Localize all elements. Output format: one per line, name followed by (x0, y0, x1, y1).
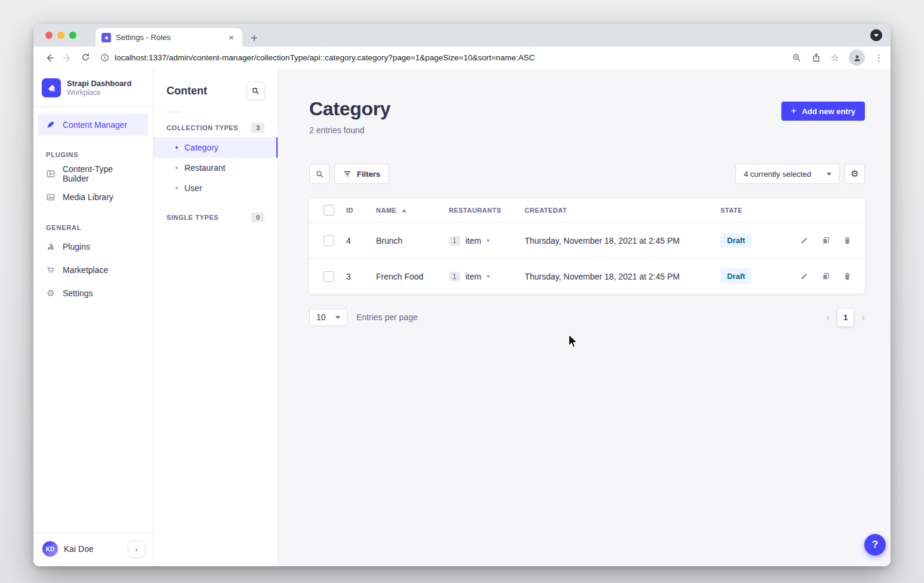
recording-indicator-icon[interactable] (870, 29, 882, 41)
sidebar-item-content-manager[interactable]: Content Manager (38, 114, 148, 136)
collection-types-count-badge: 3 (251, 123, 264, 133)
collapse-sidebar-button[interactable]: ‹ (128, 541, 145, 557)
subnav-item-restaurant[interactable]: Restaurant (153, 158, 278, 178)
puzzle-icon (46, 242, 56, 251)
row-actions (789, 272, 865, 281)
sidebar-item-label: Plugins (63, 242, 90, 251)
tab-close-icon[interactable]: × (226, 32, 236, 43)
cell-id: 3 (346, 272, 376, 281)
duplicate-icon[interactable] (821, 236, 830, 245)
help-button[interactable]: ? (864, 534, 886, 556)
sidebar-item-marketplace[interactable]: Marketplace (33, 258, 153, 281)
page-size-value: 10 (316, 312, 326, 322)
cell-restaurants-dropdown[interactable]: 1 item (449, 272, 525, 281)
user-name: Kai Doe (64, 544, 122, 554)
filters-label: Filters (357, 170, 380, 179)
content-subnav: Content COLLECTION TYPES 3 Category Rest… (153, 69, 278, 566)
sidebar-item-content-type-builder[interactable]: Content-Type Builder (33, 162, 153, 185)
column-header-id[interactable]: ID (346, 207, 376, 214)
column-header-createdat[interactable]: CREATEDAT (525, 207, 720, 214)
cell-createdat: Thursday, November 18, 2021 at 2:45 PM (525, 236, 720, 246)
bullet-icon (175, 187, 178, 189)
chevron-down-icon (486, 240, 490, 242)
close-window-button[interactable] (45, 32, 53, 39)
address-bar[interactable]: localhost:1337/admin/content-manager/col… (100, 53, 782, 62)
entries-count: 2 entries found (309, 125, 390, 135)
sidebar-item-label: Settings (63, 289, 93, 298)
current-page-button[interactable]: 1 (837, 309, 854, 326)
user-footer: KD Kai Doe ‹ (33, 532, 153, 566)
single-types-header: SINGLE TYPES (167, 214, 218, 221)
fullscreen-window-button[interactable] (69, 32, 76, 39)
fields-selected-dropdown[interactable]: 4 currently selected (735, 164, 840, 184)
cart-icon (46, 265, 56, 275)
row-checkbox[interactable] (324, 235, 334, 246)
chevron-down-icon (827, 173, 831, 176)
browser-tab[interactable]: Settings - Roles × (96, 28, 242, 47)
state-badge: Draft (720, 269, 751, 284)
reload-button[interactable] (76, 49, 94, 67)
row-checkbox[interactable] (324, 271, 334, 282)
next-page-button[interactable]: › (861, 312, 865, 323)
filters-button[interactable]: Filters (334, 164, 389, 184)
duplicate-icon[interactable] (821, 272, 830, 281)
subnav-search-button[interactable] (247, 82, 264, 100)
back-button[interactable] (41, 49, 58, 67)
content-manager-icon (46, 120, 56, 130)
page-size-select[interactable]: 10 (309, 308, 347, 326)
column-header-label: NAME (376, 207, 396, 214)
previous-page-button[interactable]: ‹ (826, 312, 830, 323)
relation-count-badge: 1 (449, 272, 460, 281)
subnav-divider (167, 112, 181, 112)
share-icon[interactable] (811, 53, 821, 63)
app-name: Strapi Dashboard (67, 79, 131, 88)
relation-count-badge: 1 (449, 236, 460, 246)
delete-icon[interactable] (843, 272, 852, 281)
plugins-section-header: PLUGINS (46, 151, 153, 158)
table-search-button[interactable] (309, 164, 329, 184)
content-type-builder-icon (46, 169, 56, 179)
table-row[interactable]: 3 French Food 1 item Thursday, November … (309, 258, 865, 294)
gear-icon: ⚙ (46, 288, 56, 299)
gear-icon: ⚙ (851, 168, 858, 179)
relation-label: item (466, 272, 481, 281)
cell-name: French Food (376, 272, 449, 281)
window-controls (45, 32, 76, 39)
filter-icon (343, 170, 352, 178)
select-all-checkbox[interactable] (324, 205, 334, 216)
bookmark-star-icon[interactable]: ☆ (831, 52, 839, 63)
column-header-state[interactable]: STATE (720, 207, 789, 214)
add-new-entry-label: Add new entry (802, 107, 855, 116)
forward-button[interactable] (58, 49, 76, 67)
new-tab-button[interactable]: + (251, 32, 258, 44)
chevron-left-icon: ‹ (135, 545, 138, 553)
delete-icon[interactable] (843, 236, 852, 245)
sidebar-item-label: Media Library (63, 192, 113, 202)
sidebar-item-plugins[interactable]: Plugins (33, 235, 153, 258)
column-header-restaurants[interactable]: RESTAURANTS (449, 207, 525, 214)
subnav-item-label: Restaurant (184, 163, 225, 173)
minimize-window-button[interactable] (57, 32, 64, 39)
browser-toolbar: localhost:1337/admin/content-manager/col… (33, 47, 891, 69)
subnav-title: Content (167, 85, 207, 97)
subnav-item-label: User (184, 183, 202, 193)
add-new-entry-button[interactable]: + Add new entry (781, 102, 865, 121)
browser-menu-icon[interactable]: ⋮ (874, 53, 883, 63)
nav-divider (33, 106, 153, 107)
edit-icon[interactable] (800, 272, 809, 281)
sidebar-item-settings[interactable]: ⚙ Settings (33, 281, 153, 305)
toolbar-actions: ☆ ⋮ (791, 50, 883, 66)
browser-window: Settings - Roles × + localhost:1337/admi… (33, 24, 891, 566)
main-nav: Strapi Dashboard Workplace Content Manag… (33, 69, 153, 566)
column-header-name[interactable]: NAME (376, 207, 449, 214)
cell-restaurants-dropdown[interactable]: 1 item (449, 236, 525, 246)
view-settings-button[interactable]: ⚙ (845, 164, 865, 184)
sidebar-item-media-library[interactable]: Media Library (33, 185, 153, 208)
subnav-item-category[interactable]: Category (153, 137, 278, 158)
zoom-icon[interactable] (791, 53, 802, 63)
single-types-count-badge: 0 (251, 213, 264, 222)
subnav-item-user[interactable]: User (153, 178, 278, 198)
table-row[interactable]: 4 Brunch 1 item Thursday, November 18, 2… (309, 222, 865, 258)
browser-profile-avatar[interactable] (849, 50, 865, 66)
edit-icon[interactable] (800, 236, 809, 245)
